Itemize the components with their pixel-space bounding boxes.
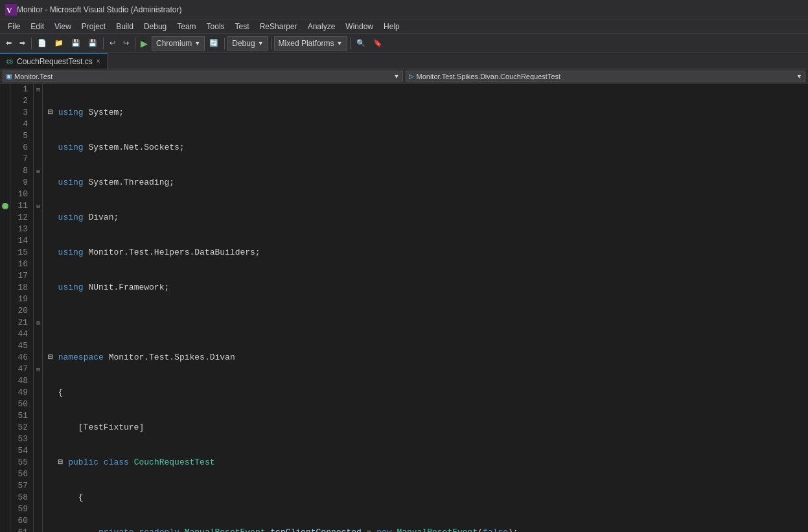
code-line-13: private readonly ManualResetEvent tcpCli…: [48, 527, 808, 532]
collapse-8[interactable]: ⊟: [35, 165, 41, 177]
collapse-11[interactable]: ⊟: [35, 200, 41, 212]
collapse-47[interactable]: ⊟: [35, 364, 41, 375]
code-area: 1 2 3 4 5 6 7 8 9 10 11 12 13 14 15 16 1…: [0, 84, 808, 532]
tab-icon: cs: [6, 58, 13, 65]
tab-couchrequesttest[interactable]: cs CouchRequestTest.cs ×: [0, 53, 108, 69]
code-line-6: using NUnit.Framework;: [48, 282, 808, 294]
bookmark-button[interactable]: 🔖: [370, 36, 386, 51]
config-dropdown[interactable]: Debug ▼: [227, 36, 268, 51]
refresh-button[interactable]: 🔄: [206, 36, 222, 51]
nav-member-dropdown[interactable]: ▷ Monitor.Test.Spikes.Divan.CouchRequest…: [406, 71, 806, 82]
menu-bar: File Edit View Project Build Debug Team …: [0, 19, 808, 34]
menu-edit[interactable]: Edit: [25, 21, 49, 32]
menu-debug[interactable]: Debug: [139, 21, 172, 32]
separator-3: [135, 38, 135, 49]
code-line-9: {: [48, 387, 808, 399]
collapse-21[interactable]: ⊞: [35, 317, 41, 329]
config-label: Debug: [232, 39, 255, 48]
find-button[interactable]: 🔍: [353, 36, 369, 51]
code-content[interactable]: ⊟ using System; using System.Net.Sockets…: [43, 84, 808, 532]
menu-project[interactable]: Project: [76, 21, 111, 32]
menu-test[interactable]: Test: [230, 21, 255, 32]
save-all-button[interactable]: 💾: [85, 36, 100, 51]
tab-label: CouchRequestTest.cs: [17, 57, 93, 66]
code-line-7: [48, 317, 808, 329]
nav-member-label: Monitor.Test.Spikes.Divan.CouchRequestTe…: [417, 73, 561, 80]
menu-help[interactable]: Help: [378, 21, 405, 32]
menu-resharper[interactable]: ReSharper: [255, 21, 303, 32]
code-line-12: {: [48, 492, 808, 503]
separator-5: [271, 38, 271, 49]
svg-text:V: V: [6, 6, 12, 15]
nav-member-arrow: ▼: [796, 73, 802, 80]
tab-bar: cs CouchRequestTest.cs ×: [0, 53, 808, 69]
title-bar: V Monitor - Microsoft Visual Studio (Adm…: [0, 0, 808, 19]
code-line-1: ⊟ using System;: [48, 107, 808, 119]
nav-class-dropdown[interactable]: ▣ Monitor.Test ▼: [3, 71, 403, 82]
code-line-4: using Divan;: [48, 212, 808, 224]
platform-label: Mixed Platforms: [279, 39, 334, 48]
nav-class-arrow: ▼: [394, 73, 400, 80]
open-file-button[interactable]: 📁: [51, 36, 67, 51]
code-line-3: using System.Threading;: [48, 177, 808, 189]
save-button[interactable]: 💾: [68, 36, 84, 51]
nav-class-label: Monitor.Test: [14, 73, 52, 80]
collapse-1[interactable]: ⊟: [35, 84, 41, 95]
code-line-2: using System.Net.Sockets;: [48, 142, 808, 154]
menu-build[interactable]: Build: [111, 21, 139, 32]
menu-file[interactable]: File: [3, 21, 25, 32]
menu-team[interactable]: Team: [172, 21, 201, 32]
menu-view[interactable]: View: [49, 21, 76, 32]
code-line-8: ⊟ namespace Monitor.Test.Spikes.Divan: [48, 352, 808, 364]
code-line-10: [TestFixture]: [48, 422, 808, 434]
browser-dropdown-arrow: ▼: [194, 40, 200, 47]
menu-analyze[interactable]: Analyze: [303, 21, 341, 32]
browser-label: Chromium: [156, 39, 192, 48]
back-button[interactable]: ⬅: [3, 36, 15, 51]
runnable-icon: [2, 203, 8, 209]
line-numbers: 1 2 3 4 5 6 7 8 9 10 11 12 13 14 15 16 1…: [10, 84, 34, 532]
forward-button[interactable]: ➡: [16, 36, 29, 51]
separator-2: [103, 38, 104, 49]
separator-1: [31, 38, 32, 49]
redo-button[interactable]: ↪: [120, 36, 132, 51]
menu-window[interactable]: Window: [340, 21, 378, 32]
code-line-11: ⊟ public class CouchRequestTest: [48, 457, 808, 468]
run-button[interactable]: ▶: [138, 38, 150, 49]
vs-logo-icon: V: [5, 4, 17, 16]
platform-dropdown[interactable]: Mixed Platforms ▼: [274, 36, 347, 51]
tab-close-button[interactable]: ×: [97, 58, 100, 65]
collapse-gutter: ⊟ ⊟ ⊟ ⊞ ⊟: [34, 84, 43, 532]
config-dropdown-arrow: ▼: [258, 40, 264, 47]
platform-dropdown-arrow: ▼: [337, 40, 343, 47]
gutter-marker-11: [0, 200, 10, 212]
toolbar: ⬅ ➡ 📄 📁 💾 💾 ↩ ↪ ▶ Chromium ▼ 🔄 Debug ▼ M…: [0, 34, 808, 53]
separator-4: [224, 38, 225, 49]
nav-bar: ▣ Monitor.Test ▼ ▷ Monitor.Test.Spikes.D…: [0, 69, 808, 84]
menu-tools[interactable]: Tools: [202, 21, 230, 32]
undo-button[interactable]: ↩: [106, 36, 119, 51]
browser-dropdown[interactable]: Chromium ▼: [152, 36, 205, 51]
new-file-button[interactable]: 📄: [34, 36, 50, 51]
separator-6: [350, 38, 351, 49]
breakpoint-gutter: [0, 84, 10, 532]
code-line-5: using Monitor.Test.Helpers.DataBuilders;: [48, 247, 808, 259]
title-text: Monitor - Microsoft Visual Studio (Admin…: [17, 5, 182, 14]
